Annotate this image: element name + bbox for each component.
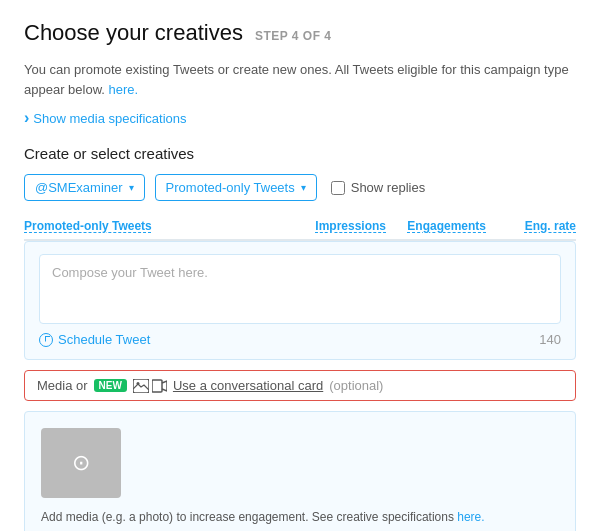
creative-specs-link[interactable]: here. [457, 510, 484, 524]
compose-footer: Schedule Tweet 140 [39, 332, 561, 347]
intro-text: You can promote existing Tweets or creat… [24, 60, 576, 99]
account-label: @SMExaminer [35, 180, 123, 195]
optional-text: (optional) [329, 378, 383, 393]
media-description: Add media (e.g. a photo) to increase eng… [41, 508, 485, 526]
compose-box: Compose your Tweet here. [39, 254, 561, 324]
image-icon [133, 379, 149, 393]
media-bar: Media or NEW Use a conversational card (… [24, 370, 576, 401]
table-header: Promoted-only Tweets Impressions Engagem… [24, 217, 576, 241]
col-engagements-label: Engagements [407, 219, 486, 233]
video-icon [152, 379, 167, 393]
svg-rect-2 [152, 380, 162, 392]
col-eng-rate: Eng. rate [496, 217, 576, 233]
camera-icon: ⊙ [72, 450, 90, 476]
clock-icon [39, 333, 53, 347]
schedule-tweet-btn[interactable]: Schedule Tweet [39, 332, 150, 347]
media-label: Media or [37, 378, 88, 393]
schedule-tweet-label: Schedule Tweet [58, 332, 150, 347]
col-engagements: Engagements [396, 217, 496, 233]
show-replies-checkbox[interactable] [331, 181, 345, 195]
show-replies-text: Show replies [351, 180, 425, 195]
col-impressions: Impressions [296, 217, 396, 233]
page-title: Choose your creatives [24, 20, 243, 46]
show-specs-toggle[interactable]: Show media specifications [24, 109, 576, 127]
col-promoted-label: Promoted-only Tweets [24, 219, 152, 233]
tweet-type-label: Promoted-only Tweets [166, 180, 295, 195]
media-upload-area: ⊙ Add media (e.g. a photo) to increase e… [24, 411, 576, 531]
media-desc-text: Add media (e.g. a photo) to increase eng… [41, 510, 454, 524]
show-replies-label[interactable]: Show replies [331, 180, 425, 195]
new-badge: NEW [94, 379, 127, 392]
col-promoted-tweets: Promoted-only Tweets [24, 217, 296, 233]
account-dropdown[interactable]: @SMExaminer ▾ [24, 174, 145, 201]
show-specs-label: Show media specifications [33, 111, 186, 126]
compose-placeholder: Compose your Tweet here. [52, 265, 548, 280]
type-chevron-icon: ▾ [301, 182, 306, 193]
tweet-type-dropdown[interactable]: Promoted-only Tweets ▾ [155, 174, 317, 201]
intro-body: You can promote existing Tweets or creat… [24, 62, 569, 97]
tweet-compose-area: Compose your Tweet here. Schedule Tweet … [24, 241, 576, 360]
media-icons [133, 379, 167, 393]
char-count: 140 [539, 332, 561, 347]
controls-row: @SMExaminer ▾ Promoted-only Tweets ▾ Sho… [24, 174, 576, 201]
practices-link[interactable]: here. [109, 82, 139, 97]
step-label: STEP 4 OF 4 [255, 29, 332, 43]
photo-thumbnail[interactable]: ⊙ [41, 428, 121, 498]
conversational-card-link[interactable]: Use a conversational card [173, 378, 323, 393]
col-eng-rate-label: Eng. rate [525, 219, 576, 233]
section-title: Create or select creatives [24, 145, 576, 162]
account-chevron-icon: ▾ [129, 182, 134, 193]
col-impressions-label: Impressions [315, 219, 386, 233]
page-header: Choose your creatives STEP 4 OF 4 [24, 20, 576, 46]
